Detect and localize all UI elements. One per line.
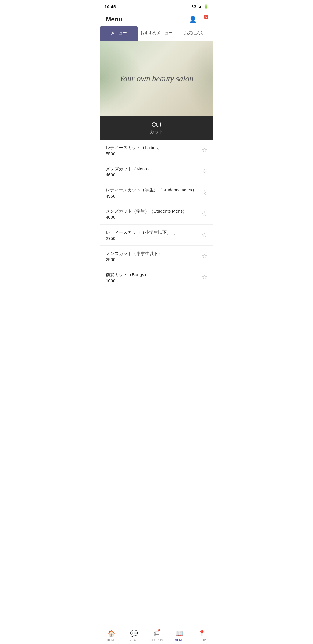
star-button[interactable]: ☆: [201, 252, 207, 260]
bottom-nav: 🏠 HOME 💬 NEWS 🏷 COUPON 📖 MENU 📍 SHOP: [100, 627, 213, 644]
status-time: 10:45: [105, 4, 116, 9]
menu-item[interactable]: メンズカット（小学生以下） 2500 ☆: [100, 246, 213, 267]
banner: Your own beauty salon: [100, 41, 213, 116]
item-name: メンズカット（Mens）: [106, 166, 151, 172]
nav-menu[interactable]: 📖 MENU: [168, 627, 190, 644]
item-name: メンズカット（学生）（Students Mens）: [106, 208, 187, 214]
item-name: メンズカット（小学生以下）: [106, 250, 162, 256]
menu-item[interactable]: メンズカット（学生）（Students Mens） 4000 ☆: [100, 203, 213, 225]
header-title: Menu: [106, 16, 122, 23]
item-name: レディースカット（学生）（Students ladies）: [106, 187, 196, 193]
app-header: Menu 👤 ☰ N: [100, 13, 213, 26]
network-icon: 3G: [192, 4, 196, 9]
item-price: 4000: [106, 215, 187, 220]
nav-home[interactable]: 🏠 HOME: [100, 627, 123, 644]
menu-nav-icon: 📖: [175, 630, 183, 637]
menu-item[interactable]: メンズカット（Mens） 4600 ☆: [100, 161, 213, 182]
nav-shop-label: SHOP: [197, 638, 206, 642]
tab-recommended[interactable]: おすすめメニュー: [138, 26, 175, 41]
star-button[interactable]: ☆: [201, 231, 207, 239]
item-price: 1000: [106, 278, 149, 283]
star-button[interactable]: ☆: [201, 168, 207, 175]
item-name: レディースカット（小学生以下）（: [106, 229, 175, 235]
section-header: Cut カット: [100, 116, 213, 140]
nav-home-label: HOME: [107, 638, 116, 642]
item-name: 前髪カット（Bangs）: [106, 272, 149, 278]
home-icon: 🏠: [108, 630, 115, 637]
menu-item[interactable]: レディースカット（学生）（Students ladies） 4950 ☆: [100, 182, 213, 203]
menu-item[interactable]: 前髪カット（Bangs） 1000 ☆: [100, 267, 213, 288]
star-button[interactable]: ☆: [201, 274, 207, 281]
star-button[interactable]: ☆: [201, 210, 207, 218]
banner-text: Your own beauty salon: [120, 74, 194, 83]
section-title-ja: カット: [105, 129, 208, 135]
status-icons: 3G ▲ 🔋: [192, 4, 208, 9]
item-price: 5500: [106, 151, 162, 156]
star-button[interactable]: ☆: [201, 146, 207, 154]
menu-list: レディースカット（Ladies） 5500 ☆ メンズカット（Mens） 460…: [100, 140, 213, 288]
item-price: 2750: [106, 236, 175, 241]
star-button[interactable]: ☆: [201, 189, 207, 196]
tab-favorites[interactable]: お気に入り: [175, 26, 213, 41]
battery-icon: 🔋: [204, 4, 208, 9]
item-price: 4600: [106, 172, 151, 177]
item-price: 4950: [106, 193, 196, 198]
nav-coupon-label: COUPON: [150, 638, 163, 642]
nav-news-label: NEWS: [129, 638, 138, 642]
notification-badge: N: [204, 15, 208, 19]
nav-menu-label: MENU: [175, 638, 184, 642]
profile-icon[interactable]: 👤: [189, 16, 197, 23]
menu-icon[interactable]: ☰ N: [201, 16, 207, 23]
item-price: 2500: [106, 257, 162, 262]
signal-icon: ▲: [198, 4, 202, 9]
nav-shop[interactable]: 📍 SHOP: [190, 627, 213, 644]
section-title-en: Cut: [105, 121, 208, 129]
coupon-icon: 🏷: [153, 630, 160, 637]
item-name: レディースカット（Ladies）: [106, 144, 162, 151]
nav-news[interactable]: 💬 NEWS: [123, 627, 145, 644]
tab-bar: メニュー おすすめメニュー お気に入り: [100, 26, 213, 41]
nav-coupon[interactable]: 🏷 COUPON: [145, 627, 168, 644]
shop-icon: 📍: [198, 630, 206, 637]
header-icons: 👤 ☰ N: [189, 16, 207, 23]
content-area: Your own beauty salon Cut カット レディースカット（L…: [100, 41, 213, 311]
menu-item[interactable]: レディースカット（小学生以下）（ 2750 ☆: [100, 225, 213, 246]
tab-menu[interactable]: メニュー: [100, 26, 138, 41]
news-icon: 💬: [130, 630, 138, 637]
status-bar: 10:45 3G ▲ 🔋: [100, 0, 213, 13]
menu-item[interactable]: レディースカット（Ladies） 5500 ☆: [100, 140, 213, 161]
